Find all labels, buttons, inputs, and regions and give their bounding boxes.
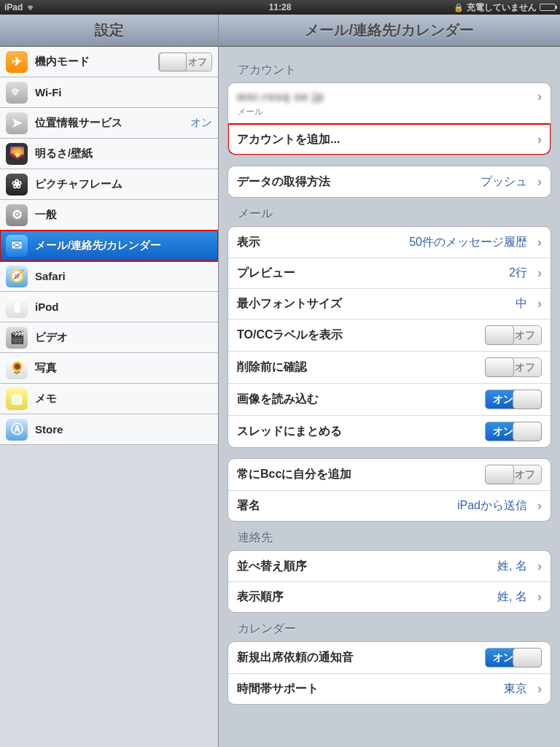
- chevron-right-icon: ›: [537, 174, 542, 190]
- confirm-delete-toggle[interactable]: オフ: [485, 357, 542, 377]
- thread-toggle[interactable]: オン: [485, 422, 542, 441]
- row-fetch[interactable]: データの取得方法 プッシュ ›: [228, 166, 551, 197]
- sidebar-item-label: メモ: [35, 392, 57, 406]
- sidebar-item-label: 明るさ/壁紙: [35, 147, 93, 160]
- row-sort-order[interactable]: 並べ替え順序 姓, 名 ›: [228, 551, 551, 581]
- section-label-calendar: カレンダー: [228, 613, 551, 641]
- row-confirm-delete[interactable]: 削除前に確認 オフ: [228, 351, 551, 383]
- clock: 11:28: [188, 2, 372, 12]
- sidebar: 設定 ✈ 機内モード オフ ᯤ Wi-Fi ➤ 位置情報サービス オン 🌄 明る…: [0, 15, 219, 747]
- row-add-account[interactable]: アカウントを追加... ›: [228, 124, 551, 155]
- sidebar-item-general[interactable]: ⚙ 一般: [0, 200, 218, 231]
- sidebar-item-mail[interactable]: ✉ メール/連絡先/カレンダー: [0, 231, 218, 261]
- video-icon: 🎬: [6, 327, 28, 349]
- sidebar-item-ipod[interactable]: ▮ iPod: [0, 292, 218, 322]
- sidebar-item-brightness[interactable]: 🌄 明るさ/壁紙: [0, 139, 218, 169]
- notes-icon: ▤: [6, 388, 28, 410]
- sidebar-item-safari[interactable]: 🧭 Safari: [0, 261, 218, 292]
- account-name: wsr.rssq se jp: [237, 90, 324, 104]
- photos-icon: 🌻: [6, 357, 28, 379]
- location-value: オン: [190, 116, 212, 130]
- invite-toggle[interactable]: オン: [485, 648, 542, 667]
- account-sub: メール: [237, 106, 263, 118]
- row-new-invite[interactable]: 新規出席依頼の通知音 オン: [228, 642, 551, 673]
- sidebar-item-airplane[interactable]: ✈ 機内モード オフ: [0, 47, 218, 77]
- sidebar-item-wifi[interactable]: ᯤ Wi-Fi: [0, 77, 218, 108]
- row-bcc-self[interactable]: 常にBccに自分を追加 オフ: [228, 459, 551, 490]
- charging-status: 充電していません: [467, 1, 537, 14]
- row-thread[interactable]: スレッドにまとめる オン: [228, 415, 551, 447]
- lock-icon: 🔒: [454, 3, 464, 12]
- sidebar-item-store[interactable]: Ⓐ Store: [0, 414, 218, 445]
- sidebar-item-label: Store: [35, 423, 63, 436]
- row-tz-support[interactable]: 時間帯サポート 東京 ›: [228, 673, 551, 704]
- row-preview[interactable]: プレビュー 2行 ›: [228, 258, 551, 288]
- detail-title: メール/連絡先/カレンダー: [219, 15, 560, 47]
- add-account-label: アカウントを追加...: [237, 132, 340, 147]
- row-tocc[interactable]: TO/CCラベルを表示 オフ: [228, 319, 551, 351]
- sidebar-item-label: ビデオ: [35, 330, 68, 344]
- sidebar-item-label: 写真: [35, 361, 57, 375]
- sidebar-item-label: ピクチャフレーム: [35, 177, 122, 191]
- sidebar-item-photos[interactable]: 🌻 写真: [0, 353, 218, 384]
- battery-icon: [540, 4, 556, 11]
- fetch-label: データの取得方法: [237, 174, 330, 190]
- row-show[interactable]: 表示 50件のメッセージ履歴 ›: [228, 227, 551, 258]
- row-min-font[interactable]: 最小フォントサイズ 中 ›: [228, 288, 551, 319]
- row-signature[interactable]: 署名 iPadから送信 ›: [228, 490, 551, 521]
- chevron-right-icon: ›: [537, 589, 542, 605]
- sidebar-item-label: 一般: [35, 208, 57, 222]
- sidebar-item-video[interactable]: 🎬 ビデオ: [0, 322, 218, 353]
- chevron-right-icon: ›: [537, 498, 542, 514]
- detail-pane: メール/連絡先/カレンダー アカウント wsr.rssq se jp › メール…: [219, 15, 560, 747]
- sidebar-item-label: メール/連絡先/カレンダー: [35, 239, 161, 252]
- sidebar-item-label: 位置情報サービス: [35, 116, 122, 130]
- mail-icon: ✉: [6, 235, 28, 257]
- row-account[interactable]: wsr.rssq se jp › メール: [228, 83, 551, 124]
- status-bar: iPad ᯤ 11:28 🔒 充電していません: [0, 0, 560, 15]
- sidebar-item-picframe[interactable]: ❀ ピクチャフレーム: [0, 169, 218, 200]
- picture-frame-icon: ❀: [6, 174, 28, 196]
- location-icon: ➤: [6, 112, 28, 134]
- wifi-icon: ᯤ: [27, 2, 36, 13]
- section-label-accounts: アカウント: [228, 54, 551, 82]
- wifi-icon: ᯤ: [6, 82, 28, 104]
- section-label-mail: メール: [228, 198, 551, 226]
- ipod-icon: ▮: [6, 296, 28, 318]
- load-images-toggle[interactable]: オン: [485, 390, 542, 409]
- sidebar-item-notes[interactable]: ▤ メモ: [0, 384, 218, 414]
- safari-icon: 🧭: [6, 266, 28, 287]
- chevron-right-icon: ›: [537, 89, 542, 104]
- chevron-right-icon: ›: [537, 296, 542, 311]
- gear-icon: ⚙: [6, 204, 28, 226]
- sidebar-title: 設定: [0, 15, 218, 47]
- device-label: iPad: [4, 2, 23, 12]
- chevron-right-icon: ›: [537, 559, 542, 574]
- chevron-right-icon: ›: [537, 132, 542, 147]
- sidebar-item-label: Wi-Fi: [35, 86, 62, 98]
- airplane-toggle[interactable]: オフ: [158, 53, 212, 71]
- sidebar-item-label: iPod: [35, 301, 59, 313]
- chevron-right-icon: ›: [537, 681, 542, 697]
- sidebar-item-label: 機内モード: [35, 55, 90, 69]
- bcc-toggle[interactable]: オフ: [485, 465, 542, 484]
- brightness-icon: 🌄: [6, 143, 28, 165]
- chevron-right-icon: ›: [537, 266, 542, 281]
- row-display-order[interactable]: 表示順序 姓, 名 ›: [228, 581, 551, 612]
- airplane-icon: ✈: [6, 51, 28, 73]
- section-label-contacts: 連絡先: [228, 522, 551, 550]
- row-load-images[interactable]: 画像を読み込む オン: [228, 383, 551, 415]
- sidebar-item-location[interactable]: ➤ 位置情報サービス オン: [0, 108, 218, 139]
- tocc-toggle[interactable]: オフ: [485, 325, 542, 345]
- chevron-right-icon: ›: [537, 235, 542, 250]
- sidebar-item-label: Safari: [35, 270, 66, 282]
- store-icon: Ⓐ: [6, 419, 28, 441]
- fetch-value: プッシュ: [481, 174, 527, 190]
